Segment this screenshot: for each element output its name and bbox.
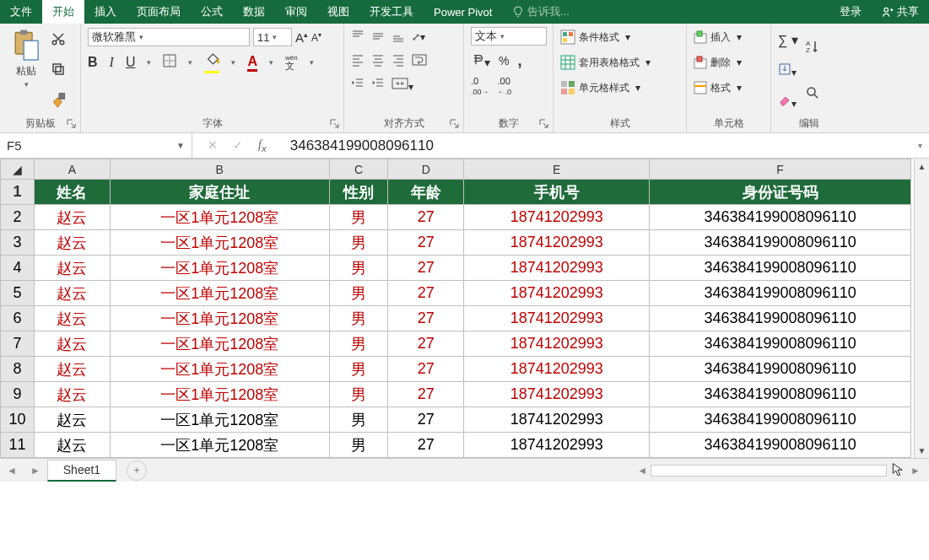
row-header[interactable]: 7	[1, 331, 35, 357]
cell[interactable]: 赵云	[34, 256, 110, 281]
row-header[interactable]: 6	[1, 306, 35, 331]
row-header[interactable]: 10	[1, 407, 35, 433]
menu-powerpivot[interactable]: Power Pivot	[424, 0, 502, 24]
cell[interactable]: 一区1单元1208室	[110, 230, 329, 256]
dec-decimal-button[interactable]: .00←.0	[498, 76, 512, 96]
sheet-tab[interactable]: Sheet1	[47, 460, 116, 482]
cell[interactable]: 18741202993	[464, 306, 650, 331]
font-dialog-launcher[interactable]	[330, 119, 340, 129]
cell[interactable]: 男	[329, 382, 388, 407]
dec-indent-button[interactable]	[351, 77, 365, 93]
copy-button[interactable]	[51, 62, 68, 79]
cell[interactable]: 男	[329, 331, 388, 357]
format-painter-button[interactable]	[51, 92, 68, 111]
clear-button[interactable]: ▾	[778, 94, 798, 110]
row-header[interactable]: 4	[1, 256, 35, 281]
cell[interactable]: 18741202993	[464, 433, 650, 458]
cell[interactable]: 18741202993	[464, 230, 650, 256]
cell[interactable]: 27	[388, 407, 464, 433]
cell[interactable]: 346384199008096110	[650, 205, 911, 230]
header-cell[interactable]: 身份证号码	[650, 180, 911, 205]
menu-file[interactable]: 文件	[0, 0, 42, 24]
cell[interactable]: 赵云	[34, 382, 110, 407]
cell[interactable]: 男	[329, 357, 388, 382]
cell[interactable]: 一区1单元1208室	[110, 382, 329, 407]
header-cell[interactable]: 家庭住址	[110, 180, 329, 205]
col-header[interactable]: C	[329, 159, 388, 180]
col-header[interactable]: D	[388, 159, 464, 180]
cell[interactable]: 男	[329, 281, 388, 306]
cell[interactable]: 一区1单元1208室	[110, 205, 329, 230]
cell[interactable]: 18741202993	[464, 382, 650, 407]
cell[interactable]: 346384199008096110	[650, 281, 911, 306]
inc-decimal-button[interactable]: .0.00→	[471, 76, 489, 96]
horizontal-scrollbar[interactable]	[651, 465, 887, 477]
header-cell[interactable]: 性别	[329, 180, 388, 205]
table-format-button[interactable]: 套用表格格式 ▾	[560, 52, 679, 73]
cell[interactable]: 27	[388, 433, 464, 458]
cell[interactable]: 27	[388, 306, 464, 331]
cell[interactable]: 一区1单元1208室	[110, 331, 329, 357]
table-row[interactable]: 8赵云一区1单元1208室男27187412029933463841990080…	[1, 357, 911, 382]
row-header[interactable]: 3	[1, 230, 35, 256]
comma-button[interactable]: ,	[517, 52, 521, 70]
menu-layout[interactable]: 页面布局	[127, 0, 191, 24]
table-row[interactable]: 7赵云一区1单元1208室男27187412029933463841990080…	[1, 331, 911, 357]
menu-insert[interactable]: 插入	[84, 0, 127, 24]
cell[interactable]: 18741202993	[464, 281, 650, 306]
underline-button[interactable]: U	[126, 55, 136, 70]
align-right-button[interactable]	[392, 53, 405, 69]
enter-formula-button[interactable]: ✓	[233, 138, 243, 152]
paste-button[interactable]: 粘贴 ▾	[7, 27, 46, 115]
cell[interactable]: 27	[388, 382, 464, 407]
cell-styles-button[interactable]: 单元格样式 ▾	[560, 78, 679, 98]
menu-review[interactable]: 审阅	[275, 0, 317, 24]
grow-font-button[interactable]: A▴	[295, 30, 308, 45]
row-header[interactable]: 11	[1, 433, 35, 458]
login-link[interactable]: 登录	[829, 0, 872, 24]
bold-button[interactable]: B	[88, 55, 98, 70]
select-all-corner[interactable]: ◢	[1, 159, 35, 180]
sort-filter-button[interactable]: AZ	[805, 39, 820, 57]
menu-view[interactable]: 视图	[317, 0, 359, 24]
row-header[interactable]: 9	[1, 382, 35, 407]
cell[interactable]: 赵云	[34, 306, 110, 331]
cell[interactable]: 27	[388, 331, 464, 357]
cancel-formula-button[interactable]: ✕	[208, 138, 218, 152]
insert-cells-button[interactable]: 插入 ▾	[694, 27, 764, 47]
cell[interactable]: 男	[329, 433, 388, 458]
tab-nav-next[interactable]: ►	[24, 465, 47, 477]
row-header[interactable]: 1	[1, 180, 35, 205]
share-button[interactable]: 共享	[872, 0, 929, 24]
delete-cells-button[interactable]: 删除 ▾	[694, 52, 764, 73]
font-size-select[interactable]: 11	[253, 28, 292, 46]
cell[interactable]: 346384199008096110	[650, 306, 911, 331]
autosum-button[interactable]: ∑ ▾	[778, 32, 798, 48]
col-header[interactable]: F	[650, 159, 911, 180]
cell[interactable]: 27	[388, 205, 464, 230]
add-sheet-button[interactable]: ＋	[127, 460, 147, 481]
header-cell[interactable]: 姓名	[34, 180, 110, 205]
number-format-select[interactable]: 文本	[471, 27, 547, 46]
cell[interactable]: 赵云	[34, 357, 110, 382]
worksheet-grid[interactable]: ◢ A B C D E F 1 姓名 家庭住址 性别 年龄 手机号 身份证号码 …	[0, 159, 929, 458]
vertical-scrollbar[interactable]: ▲ ▼	[914, 159, 929, 458]
cell[interactable]: 赵云	[34, 407, 110, 433]
hscroll-left[interactable]: ◄	[637, 465, 647, 477]
align-top-button[interactable]	[351, 30, 365, 46]
row-header[interactable]: 8	[1, 357, 35, 382]
cell[interactable]: 18741202993	[464, 256, 650, 281]
cell[interactable]: 赵云	[34, 230, 110, 256]
col-header[interactable]: B	[110, 159, 329, 180]
cell[interactable]: 18741202993	[464, 331, 650, 357]
cell[interactable]: 18741202993	[464, 205, 650, 230]
cell[interactable]: 男	[329, 230, 388, 256]
table-row[interactable]: 3赵云一区1单元1208室男27187412029933463841990080…	[1, 230, 911, 256]
header-cell[interactable]: 年龄	[388, 180, 464, 205]
cond-format-button[interactable]: 条件格式 ▾	[560, 27, 679, 47]
col-header[interactable]: A	[34, 159, 110, 180]
wrap-text-button[interactable]	[412, 53, 427, 69]
format-cells-button[interactable]: 格式 ▾	[694, 78, 764, 98]
align-middle-button[interactable]	[371, 30, 385, 46]
inc-indent-button[interactable]	[371, 77, 385, 93]
